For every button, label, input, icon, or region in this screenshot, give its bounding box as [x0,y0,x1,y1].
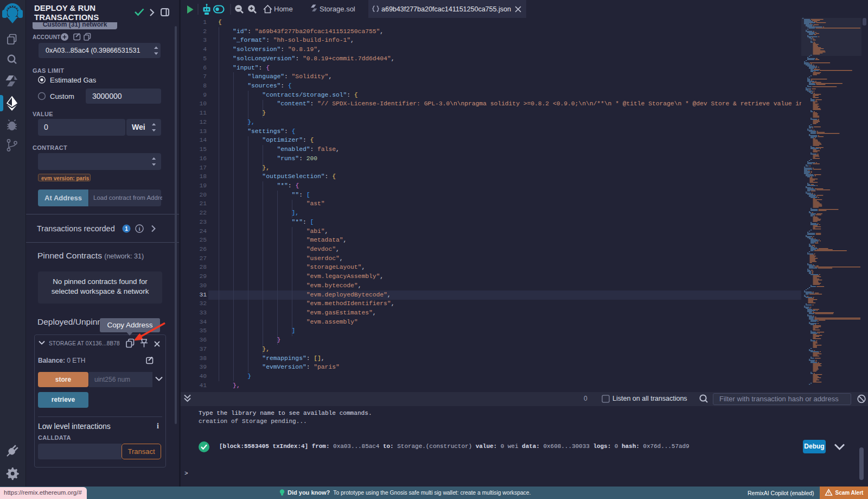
svg-text:i: i [157,422,159,430]
svg-text:1: 1 [125,226,128,232]
svg-text:i: i [138,225,140,232]
